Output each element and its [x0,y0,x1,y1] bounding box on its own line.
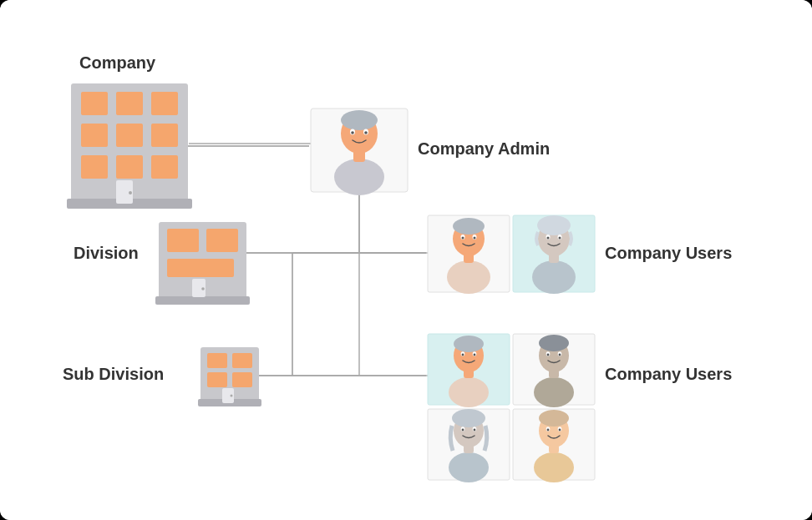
diagram-container: Company Company Admin [0,0,812,520]
company-users-label-1: Company Users [605,244,732,262]
svg-rect-108 [549,445,559,453]
svg-point-98 [449,452,489,482]
svg-rect-22 [151,92,178,115]
svg-rect-70 [232,372,252,387]
svg-point-84 [539,335,569,351]
division-building [155,222,250,305]
svg-point-37 [364,131,368,134]
svg-point-54 [447,260,490,294]
svg-point-93 [452,409,485,427]
svg-rect-42 [167,229,199,252]
division-label: Division [74,244,139,262]
svg-point-61 [547,237,550,240]
svg-point-88 [559,354,561,356]
svg-point-33 [341,110,378,130]
svg-rect-81 [464,370,474,378]
svg-point-49 [453,218,485,235]
svg-rect-39 [353,150,365,162]
svg-point-52 [462,237,464,240]
svg-rect-41 [155,296,250,305]
svg-rect-68 [232,353,252,368]
svg-rect-43 [206,229,238,252]
svg-point-30 [129,191,132,194]
svg-point-80 [449,377,489,407]
svg-point-72 [231,395,233,397]
svg-rect-64 [549,253,559,263]
svg-rect-44 [167,259,234,277]
svg-point-38 [334,159,384,195]
svg-point-96 [462,429,464,432]
svg-rect-90 [549,370,559,378]
svg-point-46 [201,287,205,290]
svg-rect-20 [81,92,108,115]
company-admin-person [311,109,408,195]
svg-point-36 [351,131,354,134]
svg-rect-69 [207,372,227,387]
svg-rect-23 [81,124,108,147]
svg-point-105 [547,429,550,432]
svg-rect-25 [151,124,178,147]
company-building [67,83,192,209]
sub-division-building [198,347,261,406]
svg-rect-24 [116,124,143,147]
svg-point-89 [534,377,574,407]
svg-rect-67 [207,353,227,368]
company-admin-label: Company Admin [418,139,550,158]
svg-point-78 [462,354,464,356]
svg-rect-27 [116,155,143,179]
svg-point-58 [537,215,571,235]
svg-rect-99 [464,445,474,453]
svg-point-53 [474,237,476,240]
svg-point-62 [559,237,561,240]
svg-point-106 [559,429,561,432]
svg-point-75 [454,336,484,352]
svg-rect-28 [151,155,178,179]
svg-point-87 [547,354,550,356]
svg-rect-21 [116,92,143,115]
company-users-label-2: Company Users [605,365,732,383]
svg-rect-55 [464,253,474,263]
svg-rect-26 [81,155,108,179]
sub-division-label: Sub Division [63,365,164,383]
svg-point-63 [532,260,576,294]
svg-point-102 [539,410,569,427]
svg-point-107 [534,452,574,482]
svg-point-79 [474,354,476,356]
svg-point-97 [474,429,476,432]
company-label: Company [79,53,156,72]
